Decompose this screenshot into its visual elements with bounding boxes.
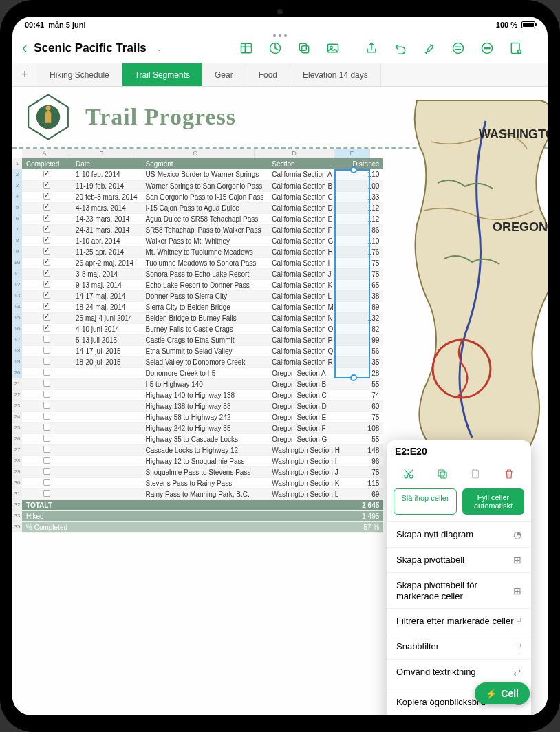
table-row[interactable]: 18-24 maj. 2014Sierra City to Belden Bri… bbox=[22, 301, 383, 312]
paste-icon[interactable] bbox=[468, 466, 483, 482]
distance-cell[interactable]: 112 bbox=[347, 213, 383, 224]
date-cell[interactable] bbox=[72, 433, 142, 444]
popover-item[interactable]: Skapa pivottabell för markerade celler⊞ bbox=[387, 573, 531, 609]
date-cell[interactable] bbox=[72, 455, 142, 466]
row-number[interactable]: 13 bbox=[12, 290, 22, 301]
section-cell[interactable]: Washington Section K bbox=[268, 477, 347, 488]
row-number[interactable]: 29 bbox=[12, 466, 22, 477]
header-date[interactable]: Date bbox=[72, 158, 142, 169]
completed-cell[interactable] bbox=[22, 488, 72, 499]
row-number[interactable]: 19 bbox=[12, 356, 22, 367]
segment-cell[interactable]: Tuolumne Meadows to Sonora Pass bbox=[142, 257, 268, 268]
section-cell[interactable]: California Section J bbox=[268, 268, 347, 279]
table-row[interactable]: Highway 242 to Highway 35Oregon Section … bbox=[22, 422, 383, 433]
header-section[interactable]: Section bbox=[268, 158, 347, 169]
distance-cell[interactable]: 38 bbox=[347, 290, 383, 301]
date-cell[interactable]: 24-31 mars. 2014 bbox=[72, 224, 142, 235]
completed-cell[interactable] bbox=[22, 477, 72, 488]
section-cell[interactable]: Oregon Section C bbox=[268, 389, 347, 400]
date-cell[interactable]: 1-10 apr. 2014 bbox=[72, 235, 142, 246]
header-segment[interactable]: Segment bbox=[142, 158, 268, 169]
completed-cell[interactable] bbox=[22, 389, 72, 400]
trail-table[interactable]: Completed Date Segment Section Distance … bbox=[22, 158, 383, 533]
segment-cell[interactable]: Rainy Pass to Manning Park, B.C. bbox=[142, 488, 268, 499]
date-cell[interactable]: 4-10 juni 2014 bbox=[72, 323, 142, 334]
segment-cell[interactable]: Sierra City to Belden Bridge bbox=[142, 301, 268, 312]
section-cell[interactable]: California Section N bbox=[268, 312, 347, 323]
checkbox-icon[interactable] bbox=[43, 204, 50, 211]
segment-cell[interactable]: Burney Falls to Castle Crags bbox=[142, 323, 268, 334]
distance-cell[interactable]: 89 bbox=[347, 301, 383, 312]
section-cell[interactable]: Oregon Section D bbox=[268, 400, 347, 411]
table-row[interactable]: 4-10 juni 2014Burney Falls to Castle Cra… bbox=[22, 323, 383, 334]
section-cell[interactable]: Oregon Section G bbox=[268, 433, 347, 444]
completed-cell[interactable] bbox=[22, 213, 72, 224]
section-cell[interactable]: California Section A bbox=[268, 169, 347, 180]
section-cell[interactable]: California Section R bbox=[268, 356, 347, 367]
row-number[interactable]: 31 bbox=[12, 488, 22, 499]
completed-cell[interactable] bbox=[22, 202, 72, 213]
date-cell[interactable]: 14-17 juli 2015 bbox=[72, 345, 142, 356]
table-row[interactable]: 3-8 maj. 2014Sonora Pass to Echo Lake Re… bbox=[22, 268, 383, 279]
completed-cell[interactable] bbox=[22, 169, 72, 180]
date-cell[interactable]: 20 feb-3 mars. 2014 bbox=[72, 191, 142, 202]
popover-item[interactable]: Skapa pivottabell⊞ bbox=[387, 548, 531, 573]
back-button[interactable]: ‹ bbox=[22, 39, 27, 57]
segment-cell[interactable]: I-5 to Highway 140 bbox=[142, 378, 268, 389]
checkbox-icon[interactable] bbox=[43, 182, 50, 189]
date-cell[interactable]: 1-10 feb. 2014 bbox=[72, 169, 142, 180]
table-row[interactable]: 11-19 feb. 2014Warner Springs to San Gor… bbox=[22, 180, 383, 191]
section-cell[interactable]: Oregon Section B bbox=[268, 378, 347, 389]
section-cell[interactable]: Oregon Section E bbox=[268, 411, 347, 422]
table-row[interactable]: 24-31 mars. 2014SR58 Tehachapi Pass to W… bbox=[22, 224, 383, 235]
completed-cell[interactable] bbox=[22, 180, 72, 191]
completed-cell[interactable] bbox=[22, 246, 72, 257]
segment-cell[interactable]: Belden Bridge to Burney Falls bbox=[142, 312, 268, 323]
distance-cell[interactable]: 148 bbox=[347, 444, 383, 455]
segment-cell[interactable]: Donner Pass to Sierra City bbox=[142, 290, 268, 301]
distance-cell[interactable]: 75 bbox=[347, 268, 383, 279]
popover-item[interactable]: Snabbfilter⑂ bbox=[387, 634, 531, 660]
section-cell[interactable]: California Section G bbox=[268, 235, 347, 246]
date-cell[interactable] bbox=[72, 367, 142, 378]
segment-cell[interactable]: Etna Summit to Seiad Valley bbox=[142, 345, 268, 356]
row-number[interactable]: 18 bbox=[12, 345, 22, 356]
cell-pill-button[interactable]: Cell bbox=[475, 682, 530, 704]
distance-cell[interactable]: 55 bbox=[347, 378, 383, 389]
tab-elevation-14-days[interactable]: Elevation 14 days bbox=[290, 63, 381, 86]
checkbox-icon[interactable] bbox=[43, 314, 50, 321]
checkbox-icon[interactable] bbox=[43, 435, 50, 442]
segment-cell[interactable]: Snoqualmie Pass to Stevens Pass bbox=[142, 466, 268, 477]
row-number[interactable]: 21 bbox=[12, 378, 22, 389]
popover-item[interactable]: Omvänd textriktning⇄ bbox=[387, 660, 531, 685]
completed-cell[interactable] bbox=[22, 312, 72, 323]
checkbox-icon[interactable] bbox=[43, 468, 50, 475]
distance-cell[interactable]: 75 bbox=[347, 411, 383, 422]
checkbox-icon[interactable] bbox=[43, 292, 50, 299]
checkbox-icon[interactable] bbox=[43, 347, 50, 354]
checkbox-icon[interactable] bbox=[43, 424, 50, 431]
segment-cell[interactable]: Seiad Valley to Donomore Creek bbox=[142, 356, 268, 367]
date-cell[interactable]: 14-17 maj. 2014 bbox=[72, 290, 142, 301]
date-cell[interactable] bbox=[72, 466, 142, 477]
distance-cell[interactable]: 110 bbox=[347, 235, 383, 246]
distance-cell[interactable]: 176 bbox=[347, 246, 383, 257]
date-cell[interactable]: 14-23 mars. 2014 bbox=[72, 213, 142, 224]
row-number[interactable]: 9 bbox=[12, 246, 22, 257]
table-row[interactable]: 4-13 mars. 2014I-15 Cajon Pass to Agua D… bbox=[22, 202, 383, 213]
row-number[interactable]: 23 bbox=[12, 400, 22, 411]
distance-cell[interactable]: 100 bbox=[347, 180, 383, 191]
col-header-b[interactable]: B bbox=[67, 149, 136, 158]
date-cell[interactable] bbox=[72, 400, 142, 411]
row-number[interactable]: 15 bbox=[12, 312, 22, 323]
table-row[interactable]: Highway 12 to Snoqualmie PassWashington … bbox=[22, 455, 383, 466]
tab-trail-segments[interactable]: Trail Segments bbox=[122, 63, 202, 86]
segment-cell[interactable]: Stevens Pass to Rainy Pass bbox=[142, 477, 268, 488]
date-cell[interactable] bbox=[72, 477, 142, 488]
section-cell[interactable]: Washington Section J bbox=[268, 466, 347, 477]
checkbox-icon[interactable] bbox=[43, 215, 50, 222]
section-cell[interactable]: California Section C bbox=[268, 191, 347, 202]
table-row[interactable]: 9-13 maj. 2014Echo Lake Resort to Donner… bbox=[22, 279, 383, 290]
completed-cell[interactable] bbox=[22, 279, 72, 290]
checkbox-icon[interactable] bbox=[43, 248, 50, 255]
